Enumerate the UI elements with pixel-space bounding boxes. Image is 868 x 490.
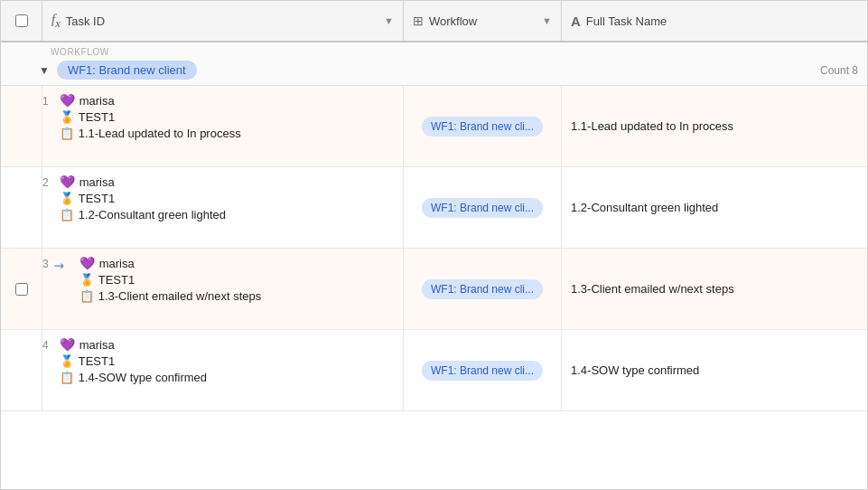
- row-1-fullname: 1.1-Lead updated to In process: [571, 119, 733, 133]
- medal-icon: 🏅: [79, 273, 94, 287]
- table-row: 4 💜 marisa 🏅 TEST1 📋 1.4-SOW type confir…: [1, 330, 867, 411]
- row-4-user: marisa: [79, 338, 115, 352]
- clipboard-icon: 📋: [60, 371, 74, 384]
- clipboard-icon: 📋: [60, 208, 74, 221]
- row-2-tag: TEST1: [79, 192, 115, 205]
- row-3-task: 1.3-Client emailed w/next steps: [98, 289, 262, 303]
- row-4-user-line: 💜 marisa: [60, 337, 392, 352]
- row-1-fullname-cell: 1.1-Lead updated to In process: [562, 86, 867, 166]
- row-4-number: 4: [42, 330, 54, 410]
- row-3-tag: TEST1: [98, 273, 135, 287]
- workflow-icon: ⊞: [413, 14, 424, 28]
- row-2-user: marisa: [79, 175, 115, 189]
- row-4-fullname-cell: 1.4-SOW type confirmed: [562, 330, 867, 410]
- row-3-tag-line: 🏅 TEST1: [79, 273, 392, 287]
- table-row: 1 💜 marisa 🏅 TEST1 📋 1.1-Lead updated to…: [1, 86, 867, 167]
- row-4-checkbox-col: [1, 330, 42, 410]
- row-3-workflow-cell: WF1: Brand new cli...: [404, 249, 562, 329]
- row-2-tag-line: 🏅 TEST1: [60, 192, 392, 205]
- row-3-fullname-cell: 1.3-Client emailed w/next steps: [562, 249, 867, 329]
- header-task-id: fx Task ID ▼: [42, 1, 404, 41]
- row-4-fullname: 1.4-SOW type confirmed: [571, 363, 699, 377]
- link-icon[interactable]: ↗: [51, 257, 69, 275]
- full-task-name-header-label: Full Task Name: [586, 14, 667, 28]
- row-4-task-content: 💜 marisa 🏅 TEST1 📋 1.4-SOW type confirme…: [54, 330, 397, 410]
- medal-icon: 🏅: [60, 110, 74, 124]
- row-1-task-line: 📋 1.1-Lead updated to In process: [60, 127, 392, 140]
- header-full-task-name: A Full Task Name: [562, 1, 867, 41]
- row-4-task: 1.4-SOW type confirmed: [79, 371, 207, 384]
- row-3-task-content: 💜 marisa 🏅 TEST1 📋 1.3-Client emailed w/…: [74, 249, 397, 329]
- medal-icon: 🏅: [60, 192, 74, 205]
- group-label: WORKFLOW: [1, 42, 867, 57]
- table-row: 2 💜 marisa 🏅 TEST1 📋 1.2-Consultant gree…: [1, 167, 867, 249]
- clipboard-icon: 📋: [60, 127, 74, 140]
- row-1-task-content: 💜 marisa 🏅 TEST1 📋 1.1-Lead updated to I…: [54, 86, 397, 166]
- row-2-workflow-cell: WF1: Brand new cli...: [404, 167, 562, 248]
- row-1-workflow-badge: WF1: Brand new cli...: [422, 117, 543, 137]
- medal-icon: 🏅: [60, 354, 74, 368]
- header-workflow: ⊞ Workflow ▼: [404, 1, 562, 41]
- clipboard-icon: 📋: [79, 289, 94, 303]
- row-4-task-line: 📋 1.4-SOW type confirmed: [60, 371, 392, 384]
- row-4-tag-line: 🏅 TEST1: [60, 354, 392, 368]
- heart-icon: 💜: [60, 337, 75, 352]
- group-count: Count 8: [820, 64, 858, 77]
- row-1-number: 1: [42, 86, 54, 166]
- row-3-checkbox-col[interactable]: [1, 249, 42, 329]
- table-body: 1 💜 marisa 🏅 TEST1 📋 1.1-Lead updated to…: [1, 86, 867, 411]
- row-3-user-line: 💜 marisa: [79, 256, 392, 270]
- row-4-task-cell: 4 💜 marisa 🏅 TEST1 📋 1.4-SOW type confir…: [42, 330, 404, 410]
- row-3-checkbox[interactable]: [15, 283, 28, 296]
- header-checkbox-col[interactable]: [1, 1, 42, 41]
- workflow-sort-icon[interactable]: ▼: [542, 15, 552, 26]
- row-1-checkbox-col: [1, 86, 42, 166]
- row-2-task-line: 📋 1.2-Consultant green lighted: [60, 208, 392, 221]
- row-2-task: 1.2-Consultant green lighted: [79, 208, 226, 221]
- row-3-task-cell: 3 ↗ 💜 marisa 🏅 TEST1 📋 1: [42, 249, 404, 329]
- row-2-number: 2: [42, 167, 54, 248]
- group-header: WORKFLOW ▼ WF1: Brand new client Count 8: [1, 42, 867, 86]
- row-1-tag: TEST1: [79, 110, 115, 124]
- row-3-task-line: 📋 1.3-Client emailed w/next steps: [79, 289, 392, 303]
- row-2-fullname-cell: 1.2-Consultant green lighted: [562, 167, 867, 248]
- table-header: fx Task ID ▼ ⊞ Workflow ▼ A Full Task Na…: [1, 1, 867, 42]
- task-id-header-label: Task ID: [66, 14, 105, 28]
- main-table: fx Task ID ▼ ⊞ Workflow ▼ A Full Task Na…: [0, 0, 868, 490]
- row-3-user: marisa: [99, 257, 135, 270]
- row-4-workflow-badge: WF1: Brand new cli...: [422, 361, 543, 381]
- row-4-tag: TEST1: [79, 354, 115, 368]
- row-2-fullname: 1.2-Consultant green lighted: [571, 201, 718, 214]
- row-2-task-content: 💜 marisa 🏅 TEST1 📋 1.2-Consultant green …: [54, 167, 397, 248]
- row-1-task: 1.1-Lead updated to In process: [79, 127, 241, 140]
- text-icon: A: [571, 14, 581, 29]
- task-id-sort-icon[interactable]: ▼: [384, 15, 394, 26]
- select-all-checkbox[interactable]: [15, 14, 28, 27]
- row-2-task-cell: 2 💜 marisa 🏅 TEST1 📋 1.2-Consultant gree…: [42, 167, 404, 248]
- row-2-workflow-badge: WF1: Brand new cli...: [422, 198, 543, 218]
- row-3-workflow-badge: WF1: Brand new cli...: [422, 279, 543, 299]
- row-1-workflow-cell: WF1: Brand new cli...: [404, 86, 562, 166]
- row-1-user-line: 💜 marisa: [60, 93, 392, 108]
- row-1-tag-line: 🏅 TEST1: [60, 110, 392, 124]
- row-2-checkbox-col: [1, 167, 42, 248]
- row-4-workflow-cell: WF1: Brand new cli...: [404, 330, 562, 410]
- heart-icon: 💜: [60, 93, 75, 108]
- heart-icon: 💜: [79, 256, 95, 270]
- group-collapse-icon[interactable]: ▼: [39, 64, 50, 77]
- heart-icon: 💜: [60, 174, 75, 189]
- formula-icon: fx: [51, 12, 61, 31]
- workflow-header-label: Workflow: [429, 14, 477, 28]
- group-badge-row: ▼ WF1: Brand new client Count 8: [1, 57, 867, 85]
- row-1-task-cell: 1 💜 marisa 🏅 TEST1 📋 1.1-Lead updated to…: [42, 86, 404, 166]
- group-workflow-badge[interactable]: WF1: Brand new client: [57, 61, 197, 80]
- row-3-number: 3: [42, 249, 54, 329]
- table-row: 3 ↗ 💜 marisa 🏅 TEST1 📋 1: [1, 249, 867, 330]
- row-3-fullname: 1.3-Client emailed w/next steps: [571, 282, 734, 296]
- row-1-user: marisa: [79, 94, 115, 108]
- row-2-user-line: 💜 marisa: [60, 174, 392, 189]
